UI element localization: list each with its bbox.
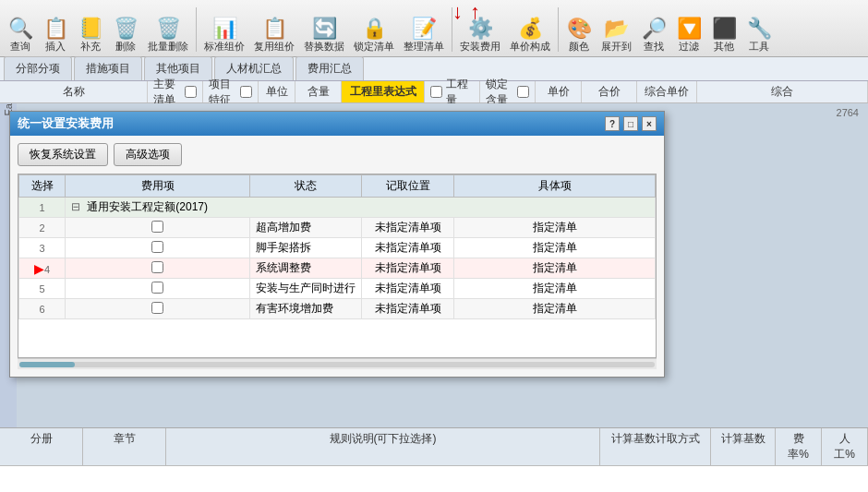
row-5-status: 未指定清单项 [362,279,454,299]
dialog-body: 恢复系统设置 高级选项 选择 费用项 状态 记取位置 具体项 [10,136,664,377]
expand-to-label: 展开到 [601,41,632,52]
col-name: 名称 [0,81,148,102]
row-4-checkbox[interactable] [151,261,163,273]
col-unit-price: 单价 [536,81,582,102]
row-6-select[interactable] [66,299,250,319]
toolbar-lock-list[interactable]: 🔒 锁定清单 [350,6,398,54]
lock-list-label: 锁定清单 [354,41,394,52]
col-composite-unit: 综合单价 [637,81,697,102]
toolbar-supplement[interactable]: 📒 补充 [74,6,107,54]
unit-price-icon: 💰 [518,18,543,39]
dialog-title-controls: ? □ × [605,116,657,131]
dialog-table-wrap[interactable]: 选择 费用项 状态 记取位置 具体项 1 [18,174,657,358]
query-icon: 🔍 [8,18,33,39]
row-5-position: 指定清单 [454,279,656,299]
row-1-name: ⊟ 通用安装工程定额(2017) [66,198,656,218]
th-position: 记取位置 [362,175,454,198]
organize-list-label: 整理清单 [404,41,444,52]
row-3-name: 脚手架搭拆 [250,238,362,258]
toolbar-standard-price[interactable]: 📊 标准组价 [200,6,248,54]
toolbar-replace-data[interactable]: 🔄 替换数据 [300,6,348,54]
row-4-arrow: ▶ [34,261,44,276]
row-3-position: 指定清单 [454,238,656,258]
th-detail: 具体项 [454,175,656,198]
col-formula: 工程里表达式 [342,81,425,102]
sep2 [452,7,452,52]
row-6-status: 未指定清单项 [362,299,454,319]
toolbar-other[interactable]: ⬛ 其他 [707,6,741,54]
dialog-title-bar: 统一设置安装费用 ? □ × [10,112,664,136]
toolbar-insert[interactable]: 📋 插入 [39,6,72,54]
col-main-list-checkbox[interactable] [185,86,197,98]
scrollbar-track [19,362,655,367]
row-2-checkbox[interactable] [151,221,163,233]
other-label: 其他 [714,41,734,52]
restore-system-btn[interactable]: 恢复系统设置 [18,143,108,166]
row-4-select[interactable] [66,258,250,279]
table-row: 2 超高增加费 未指定清单项 指定清单 [19,218,656,238]
col-quantity: 含量 [295,81,342,102]
bp-col-rule: 规则说明(可下拉选择) [166,428,600,465]
th-fee-item: 费用项 [66,175,250,198]
standard-price-label: 标准组价 [204,41,245,52]
toolbar-color[interactable]: 🎨 颜色 [562,6,596,54]
row-4-status: 未指定清单项 [362,258,454,279]
replace-data-icon: 🔄 [312,18,337,39]
toolbar: 🔍 查询 📋 插入 📒 补充 🗑️ 删除 🗑️ 批量删除 📊 标准组价 📋 复用… [0,0,868,57]
toolbar-delete[interactable]: 🗑️ 删除 [109,6,142,54]
col-main-list: 主要清单 [148,81,203,102]
collapse-icon[interactable]: ⊟ [71,200,80,213]
dialog-title: 统一设置安装费用 [18,115,114,132]
tools-icon: 🔧 [747,18,772,39]
row-num-1: 1 [19,198,66,218]
table-scrollbar[interactable] [18,358,657,369]
toolbar-filter[interactable]: 🔽 过滤 [672,6,705,54]
unit-price-label: 单价构成 [510,41,550,52]
row-5-select[interactable] [66,279,250,299]
toolbar-reuse-price[interactable]: 📋 复用组价 [250,6,298,54]
col-item-feature-checkbox[interactable] [240,86,252,98]
row-3-select[interactable] [66,238,250,258]
table-row: 6 有害环境增加费 未指定清单项 指定清单 [19,299,656,319]
color-label: 颜色 [569,41,589,52]
dialog-minimize-btn[interactable]: □ [623,116,638,131]
row-5-checkbox[interactable] [151,282,163,294]
col-eng-quantity-checkbox[interactable] [430,86,442,98]
bottom-panel: 分册 章节 规则说明(可下拉选择) 计算基数计取方式 计算基数 费率% 人工% [0,427,868,492]
toolbar-find[interactable]: 🔎 查找 [637,6,670,54]
insert-icon: 📋 [43,18,68,39]
toolbar-organize-list[interactable]: 📝 整理清单 [400,6,448,54]
toolbar-tools[interactable]: 🔧 工具 [742,6,776,54]
tab-fee-summary[interactable]: 费用汇总 [295,56,364,80]
row-2-select[interactable] [66,218,250,238]
row-6-checkbox[interactable] [151,302,163,314]
bp-col-labor: 人工% [822,428,868,465]
toolbar-query[interactable]: 🔍 查询 [4,6,37,54]
col-lock-quantity-checkbox[interactable] [517,86,529,98]
toolbar-install-fee[interactable]: ⚙️ 安装费用 [456,6,504,54]
tab-parts[interactable]: 分部分项 [4,56,72,80]
dialog-close-btn[interactable]: × [642,116,657,131]
row-4-name: 系统调整费 [250,258,362,279]
row-2-status: 未指定清单项 [362,218,454,238]
toolbar-batch-delete[interactable]: 🗑️ 批量删除 [144,6,192,54]
other-icon: ⬛ [712,18,737,39]
row-3-checkbox[interactable] [151,241,163,253]
query-label: 查询 [10,41,30,52]
col-total-price: 合价 [582,81,637,102]
expand-to-icon: 📂 [604,18,629,39]
batch-delete-icon: 🗑️ [156,18,181,39]
bp-col-册: 分册 [0,428,83,465]
insert-label: 插入 [45,41,66,52]
toolbar-unit-price[interactable]: 💰 单价构成 [506,6,554,54]
advanced-options-btn[interactable]: 高级选项 [114,143,182,166]
dialog-help-btn[interactable]: ? [605,116,620,131]
row-5-name: 安装与生产同时进行 [250,279,362,299]
bottom-panel-body [0,466,868,492]
tab-measures[interactable]: 措施项目 [74,56,142,80]
toolbar-expand-to[interactable]: 📂 展开到 [597,6,635,54]
organize-list-icon: 📝 [412,18,437,39]
col-item-feature: 项目特征 [203,81,259,102]
reuse-price-label: 复用组价 [254,41,295,52]
row-2-position: 指定清单 [454,218,656,238]
